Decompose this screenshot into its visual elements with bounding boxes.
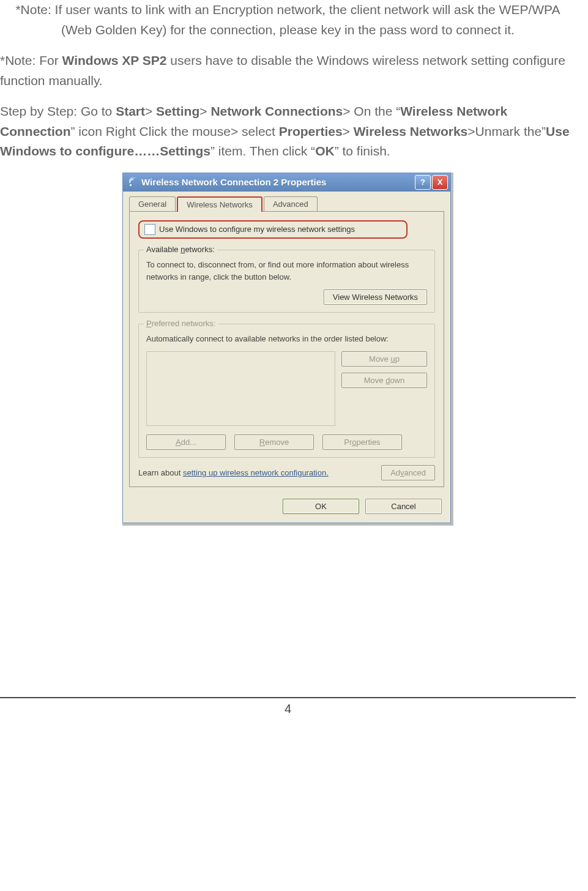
dialog-footer: OK Cancel [123, 493, 450, 523]
properties-dialog: Wireless Network Connection 2 Properties… [122, 173, 451, 523]
checkbox-icon[interactable] [144, 224, 155, 235]
tab-advanced[interactable]: Advanced [264, 196, 318, 212]
tab-wireless-networks[interactable]: Wireless Networks [177, 196, 262, 212]
help-button[interactable]: ? [415, 175, 431, 190]
page-number: 4 [0, 697, 576, 716]
advanced-button[interactable]: Advanced [381, 465, 435, 480]
step-by-step: Step by Step: Go to Start> Setting> Netw… [0, 102, 576, 162]
move-up-button[interactable]: Move up [341, 351, 427, 367]
move-down-button[interactable]: Move down [341, 373, 427, 388]
note2-os: Windows XP SP2 [62, 53, 167, 67]
dialog-titlebar[interactable]: Wireless Network Connection 2 Properties… [123, 173, 450, 192]
view-wireless-networks-button[interactable]: View Wireless Networks [324, 289, 427, 305]
remove-button[interactable]: Remove [234, 434, 314, 450]
tab-general[interactable]: General [129, 196, 176, 212]
properties-button[interactable]: Properties [322, 434, 402, 450]
note-xp-sp2: *Note: For Windows XP SP2 users have to … [0, 51, 576, 91]
tab-panel: Use Windows to configure my wireless net… [129, 211, 444, 487]
use-windows-config-checkbox-row[interactable]: Use Windows to configure my wireless net… [138, 220, 408, 239]
svg-rect-0 [130, 184, 132, 186]
learn-about-text: Learn about setting up wireless network … [138, 468, 329, 477]
add-button[interactable]: Add... [146, 434, 226, 450]
preferred-networks-text: Automatically connect to available netwo… [146, 333, 427, 345]
checkbox-label: Use Windows to configure my wireless net… [159, 225, 355, 234]
ok-button[interactable]: OK [283, 499, 359, 514]
cancel-button[interactable]: Cancel [365, 499, 442, 514]
dialog-title: Wireless Network Connection 2 Properties [141, 177, 414, 187]
available-networks-text: To connect to, disconnect from, or find … [146, 259, 427, 283]
preferred-networks-listbox[interactable] [146, 351, 335, 426]
available-networks-group: Available networks: To connect to, disco… [138, 250, 435, 313]
close-button[interactable]: X [432, 175, 448, 190]
available-networks-title: Available networks: [144, 245, 217, 254]
wireless-icon [128, 177, 138, 187]
preferred-networks-group: Preferred networks: Automatically connec… [138, 324, 435, 458]
preferred-networks-title: Preferred networks: [144, 319, 218, 328]
tab-strip: General Wireless Networks Advanced [123, 192, 450, 212]
learn-link[interactable]: setting up wireless network configuratio… [183, 468, 329, 477]
note-encryption: *Note: If user wants to link with an Enc… [0, 0, 576, 40]
note2-prefix: *Note: For [0, 53, 62, 67]
